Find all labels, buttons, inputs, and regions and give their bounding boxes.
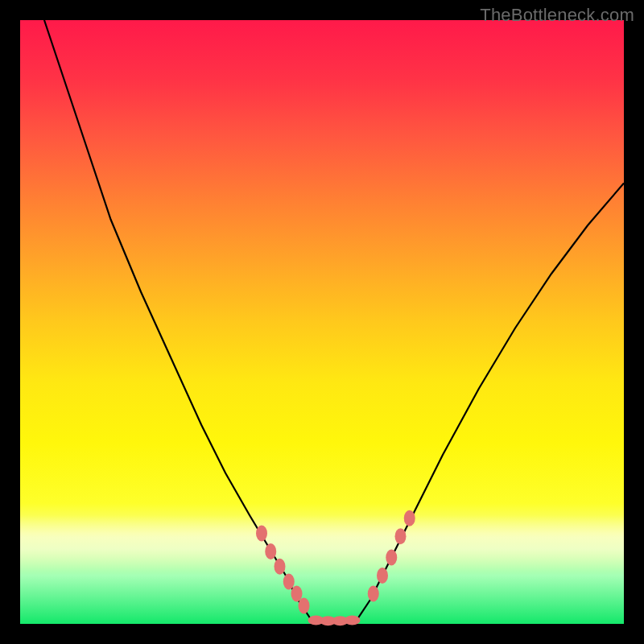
marker-dot — [386, 550, 397, 566]
marker-dot — [395, 528, 407, 544]
marker-group-left — [256, 526, 310, 614]
marker-dot — [283, 574, 295, 590]
marker-dot — [345, 616, 361, 625]
bottleneck-curve — [44, 20, 624, 622]
marker-dot — [404, 510, 415, 526]
marker-group-floor — [308, 616, 361, 626]
marker-group-right — [368, 510, 415, 602]
marker-dot — [377, 568, 388, 584]
marker-dot — [368, 586, 379, 602]
marker-dot — [265, 543, 276, 559]
watermark-text: TheBottleneck.com — [480, 5, 634, 26]
marker-dot — [256, 526, 267, 542]
marker-dot — [275, 559, 286, 575]
marker-dot — [299, 598, 310, 614]
outer-frame: TheBottleneck.com — [0, 0, 644, 644]
chart-svg — [20, 20, 624, 624]
